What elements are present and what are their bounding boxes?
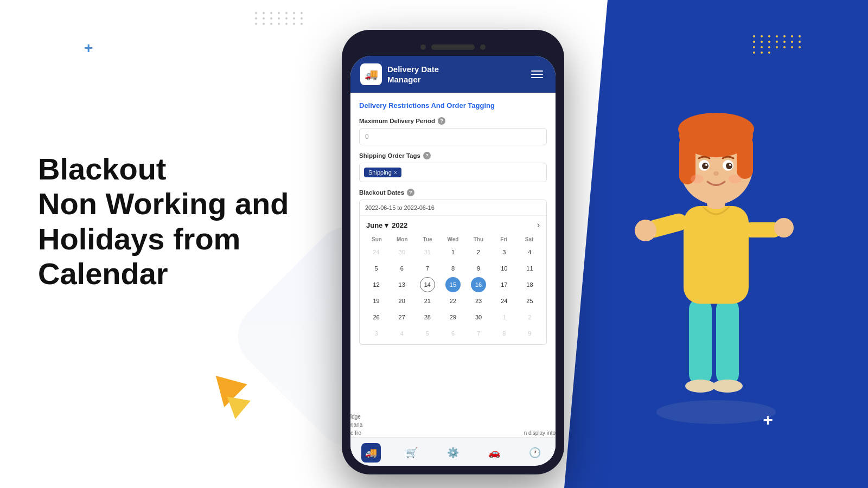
svg-point-18 <box>702 163 709 169</box>
nav-item-5[interactable]: 🕐 <box>525 443 545 463</box>
calendar-day[interactable]: 3 <box>496 245 512 260</box>
calendar-day[interactable]: 23 <box>471 293 486 309</box>
calendar-day[interactable]: 27 <box>394 310 410 325</box>
calendar-day[interactable]: 9 <box>522 326 537 341</box>
calendar-day[interactable]: 6 <box>394 261 410 276</box>
section-title: Delivery Restrictions And Order Tagging <box>359 101 547 110</box>
hamburger-menu[interactable] <box>528 66 546 83</box>
hamburger-bar3 <box>531 77 543 78</box>
bottom-nav: 🚚 🛒 ⚙️ 🚗 🕐 <box>350 437 556 466</box>
tag-remove-icon[interactable]: × <box>394 169 397 176</box>
calendar-day[interactable]: 8 <box>445 261 461 276</box>
calendar-day[interactable]: 31 <box>420 245 435 260</box>
calendar-day[interactable]: 12 <box>369 277 384 292</box>
calendar-day[interactable]: 28 <box>420 310 435 325</box>
headline-line4: Calendar <box>38 256 289 291</box>
calendar-header: June ▾ 2022 › <box>360 216 546 234</box>
day-header-fri: Fri <box>491 234 516 245</box>
svg-point-15 <box>678 113 754 145</box>
dots-decoration-top <box>255 12 305 25</box>
calendar-day[interactable]: 2 <box>471 245 486 260</box>
calendar-day[interactable]: 14 <box>420 277 435 292</box>
calendar-container: 2022-06-15 to 2022-06-16 June ▾ 2022 › S… <box>359 200 547 345</box>
svg-point-23 <box>691 175 704 183</box>
blackout-dates-label: Blackout Dates ? <box>359 189 547 196</box>
calendar-day[interactable]: 20 <box>394 293 410 309</box>
svg-point-24 <box>729 175 742 183</box>
max-delivery-help-icon[interactable]: ? <box>438 117 445 125</box>
max-delivery-label: Maximum Delivery Period ? <box>359 117 547 125</box>
phone-outer: 🚚 Delivery Date Manager Delivery Restric… <box>342 30 564 474</box>
calendar-day[interactable]: 5 <box>369 261 384 276</box>
svg-point-19 <box>726 163 732 169</box>
svg-point-20 <box>705 164 707 166</box>
nav-item-4[interactable]: 🚗 <box>484 443 504 463</box>
shipping-tag-chip[interactable]: Shipping × <box>364 168 401 177</box>
partial-widget-text: idge nana e fro <box>350 413 362 437</box>
app-header: 🚚 Delivery Date Manager <box>350 56 556 93</box>
calendar-day[interactable]: 26 <box>369 310 384 325</box>
nav-icon-delivery: 🚚 <box>361 443 381 463</box>
calendar-day[interactable]: 16 <box>471 277 486 292</box>
calendar-day[interactable]: 7 <box>420 261 435 276</box>
nav-item-1[interactable]: 🚚 <box>361 443 381 463</box>
nav-icon-settings: ⚙️ <box>443 443 463 463</box>
shipping-tags-label: Shipping Order Tags ? <box>359 152 547 159</box>
calendar-day[interactable]: 5 <box>420 326 435 341</box>
calendar-day[interactable]: 30 <box>471 310 486 325</box>
calendar-day[interactable]: 17 <box>496 277 512 292</box>
calendar-day[interactable]: 1 <box>496 310 512 325</box>
calendar-day[interactable]: 24 <box>369 245 384 260</box>
max-delivery-input[interactable]: 0 <box>359 128 547 145</box>
calendar-day[interactable]: 3 <box>369 326 384 341</box>
calendar-day[interactable]: 7 <box>471 326 486 341</box>
calendar-day[interactable]: 8 <box>496 326 512 341</box>
calendar-day[interactable]: 24 <box>496 293 512 309</box>
day-header-sat: Sat <box>516 234 542 245</box>
headline-line2: Non Working and <box>38 187 289 221</box>
nav-icon-order: 🛒 <box>402 443 422 463</box>
blackout-dates-help-icon[interactable]: ? <box>407 189 414 196</box>
plus-blue-icon: + <box>84 41 93 56</box>
day-header-thu: Thu <box>465 234 491 245</box>
headline: Blackout Non Working and Holidays from C… <box>38 152 289 292</box>
calendar-day[interactable]: 22 <box>445 293 461 309</box>
nav-item-3[interactable]: ⚙️ <box>443 443 463 463</box>
svg-rect-1 <box>689 298 712 385</box>
calendar-days: 2430311234567891011121314151617181920212… <box>360 245 546 344</box>
shipping-tags-help-icon[interactable]: ? <box>423 152 431 159</box>
svg-point-4 <box>712 380 743 393</box>
svg-rect-2 <box>716 298 739 385</box>
calendar-day[interactable]: 2 <box>522 310 537 325</box>
calendar-next-button[interactable]: › <box>537 220 540 230</box>
calendar-day[interactable]: 15 <box>445 277 461 292</box>
character-svg <box>618 65 814 434</box>
calendar-day[interactable]: 29 <box>445 310 461 325</box>
calendar-day[interactable]: 19 <box>369 293 384 309</box>
calendar-day[interactable]: 6 <box>445 326 461 341</box>
calendar-day[interactable]: 30 <box>394 245 410 260</box>
svg-rect-14 <box>737 136 753 179</box>
nav-item-2[interactable]: 🛒 <box>402 443 422 463</box>
day-header-wed: Wed <box>441 234 466 245</box>
app-logo-area: 🚚 Delivery Date Manager <box>360 63 439 85</box>
tags-input[interactable]: Shipping × <box>359 163 547 182</box>
notch-bar <box>431 44 475 50</box>
calendar-day[interactable]: 10 <box>496 261 512 276</box>
app-title: Delivery Date Manager <box>387 64 439 85</box>
calendar-day[interactable]: 11 <box>522 261 537 276</box>
calendar-day[interactable]: 18 <box>522 277 537 292</box>
calendar-day[interactable]: 9 <box>471 261 486 276</box>
notch-dot-right <box>480 44 486 50</box>
calendar-day[interactable]: 25 <box>522 293 537 309</box>
calendar-day[interactable]: 21 <box>420 293 435 309</box>
hamburger-bar2 <box>531 74 543 75</box>
day-header-sun: Sun <box>364 234 390 245</box>
month-selector[interactable]: June ▾ <box>366 221 388 229</box>
calendar-day[interactable]: 4 <box>522 245 537 260</box>
calendar-day[interactable]: 4 <box>394 326 410 341</box>
calendar-day[interactable]: 1 <box>445 245 461 260</box>
hamburger-bar1 <box>531 70 543 72</box>
svg-point-0 <box>656 400 776 424</box>
calendar-day[interactable]: 13 <box>394 277 410 292</box>
